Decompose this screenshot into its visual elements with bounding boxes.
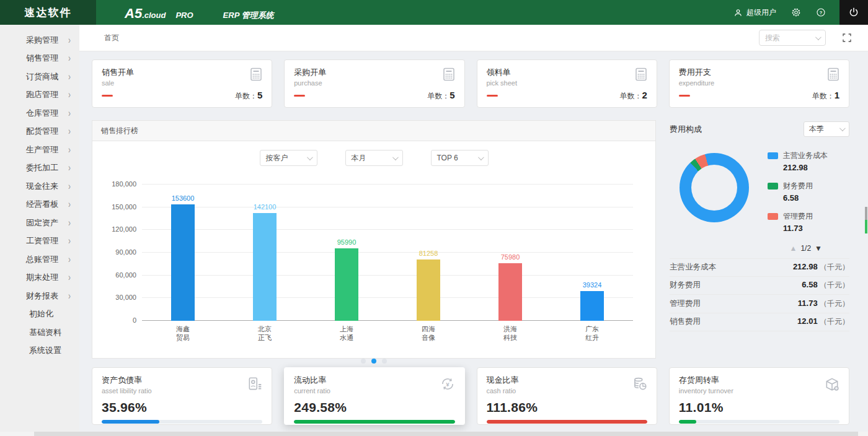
stat-card-footer: 单数：2	[487, 90, 647, 102]
sidebar-item-跑店管理[interactable]: 跑店管理›	[0, 86, 79, 105]
chevron-right-icon: ›	[68, 254, 71, 265]
sidebar-item-现金往来[interactable]: 现金往来›	[0, 177, 79, 196]
sidebar-item-采购管理[interactable]: 采购管理›	[0, 31, 79, 50]
metric-card: 存货周转率inventory turnover11.01%	[669, 367, 849, 425]
sidebar-item-label: 初始化	[29, 308, 53, 320]
bar-column: 95990	[306, 185, 388, 321]
sidebar-item-销售管理[interactable]: 销售管理›	[0, 50, 79, 68]
horizontal-scrollbar[interactable]	[0, 432, 868, 436]
search-placeholder: 搜索	[765, 33, 780, 43]
sidebar-item-固定资产[interactable]: 固定资产›	[0, 214, 79, 232]
pagination-dot[interactable]	[361, 359, 366, 364]
pagination-dot[interactable]	[382, 359, 387, 364]
legend-item-top: 管理费用	[768, 211, 828, 222]
sidebar-item-label: 配货管理	[26, 126, 58, 137]
sidebar-item-初始化[interactable]: 初始化	[0, 305, 79, 324]
chevron-down-icon	[477, 154, 484, 160]
chart-pagination-dots	[92, 359, 655, 364]
metric-card: 现金比率cash ratio111.86%	[477, 367, 657, 425]
legend-label: 管理费用	[783, 211, 813, 222]
bar-column: 153600	[142, 185, 224, 321]
x-axis-label: 上海水通	[306, 325, 388, 342]
chart-filter-select-2[interactable]: TOP 6	[431, 150, 489, 166]
sidebar-item-期末处理[interactable]: 期末处理›	[0, 269, 79, 287]
stat-card: 采购开单purchase单数：5	[284, 59, 464, 108]
expense-row: 主营业务成本212.98 （千元）	[670, 258, 849, 277]
stat-card-footer: 单数：1	[679, 90, 839, 102]
pagination-dot[interactable]	[371, 359, 376, 364]
sidebar-item-财务报表[interactable]: 财务报表›	[0, 287, 79, 305]
coins-icon	[632, 376, 648, 392]
sidebar-item-label: 生产管理	[26, 144, 58, 155]
chevron-right-icon: ›	[68, 199, 71, 210]
sidebar-item-经营看板[interactable]: 经营看板›	[0, 196, 79, 214]
stat-card-count: 单数：1	[812, 90, 839, 102]
chevron-down-icon	[839, 125, 846, 131]
stat-card-footer: 单数：5	[102, 90, 262, 102]
expense-period-value: 本季	[809, 124, 824, 134]
stat-card-subtitle: purchase	[294, 79, 454, 87]
chart-filter-select-0[interactable]: 按客户	[260, 150, 317, 166]
x-axis-label: 北京正飞	[224, 325, 306, 342]
bar-column: 142100	[224, 185, 306, 321]
logout-power-button[interactable]	[839, 0, 868, 25]
expense-legend: 主营业务成本212.98财务费用6.58管理费用11.73	[768, 150, 828, 233]
bar-value-label: 142100	[254, 203, 277, 211]
chevron-right-icon: ›	[68, 290, 71, 302]
bar-value-label: 75980	[501, 253, 520, 261]
sidebar-item-系统设置[interactable]: 系统设置	[0, 342, 79, 360]
metric-progress-fill	[679, 420, 697, 424]
chevron-right-icon: ›	[68, 181, 71, 192]
settings-icon[interactable]	[791, 7, 801, 17]
expense-row-value: 212.98 （千元）	[793, 262, 849, 272]
legend-swatch	[768, 183, 778, 190]
stat-card-subtitle: sale	[102, 79, 262, 87]
sidebar-item-总账管理[interactable]: 总账管理›	[0, 250, 79, 269]
search-input[interactable]: 搜索	[759, 30, 826, 46]
sidebar-item-label: 销售管理	[26, 53, 58, 64]
chart-filter-select-1[interactable]: 本月	[345, 150, 403, 166]
x-axis-label: 四海音像	[388, 325, 469, 342]
metric-card: 资产负债率asset libility ratio35.96%	[92, 367, 272, 425]
stat-card-title: 费用开支	[679, 67, 839, 78]
expense-row-value: 12.01 （千元）	[797, 316, 849, 327]
chevron-right-icon: ›	[68, 108, 71, 119]
y-axis-tick: 120,000	[112, 225, 136, 233]
bar-value-label: 39324	[583, 281, 602, 289]
pager-up-icon[interactable]: ▲	[790, 244, 797, 253]
bar-value-label: 95990	[337, 238, 356, 246]
sidebar-item-label: 工资管理	[26, 235, 58, 246]
refresh-yen-icon: ¥	[440, 376, 456, 392]
breadcrumb[interactable]: 首页	[104, 33, 119, 43]
sidebar-item-工资管理[interactable]: 工资管理›	[0, 232, 79, 251]
help-icon[interactable]: ?	[816, 7, 826, 17]
app-logo[interactable]: 速达软件	[0, 0, 96, 25]
sidebar-item-label: 固定资产	[26, 217, 58, 229]
pager-down-icon[interactable]: ▼	[815, 244, 822, 253]
user-menu[interactable]: 超级用户	[733, 7, 776, 18]
brand-pro: PRO	[175, 11, 193, 20]
fullscreen-icon[interactable]	[842, 33, 852, 43]
sidebar-item-配货管理[interactable]: 配货管理›	[0, 123, 79, 141]
metric-value: 11.01%	[679, 400, 839, 415]
stat-card-subtitle: expenditure	[679, 79, 839, 87]
chevron-right-icon: ›	[68, 71, 71, 82]
metric-card-subtitle: cash ratio	[487, 387, 647, 395]
sidebar-item-基础资料[interactable]: 基础资料	[0, 323, 79, 342]
legend-value: 11.73	[783, 224, 828, 233]
bars-container: 15360014210095990812587598039324	[142, 185, 633, 321]
expense-period-select[interactable]: 本季	[804, 121, 849, 137]
vertical-scrollbar[interactable]	[865, 207, 867, 233]
legend-swatch	[768, 213, 778, 220]
legend-swatch	[768, 152, 778, 159]
chevron-right-icon: ›	[68, 89, 71, 100]
sidebar-item-仓库管理[interactable]: 仓库管理›	[0, 104, 79, 123]
sidebar-item-label: 基础资料	[29, 327, 61, 338]
stat-card-footer: 单数：5	[294, 90, 454, 102]
user-icon	[733, 8, 743, 17]
sidebar-item-订货商城[interactable]: 订货商城›	[0, 68, 79, 86]
chevron-right-icon: ›	[68, 144, 71, 155]
sidebar-item-生产管理[interactable]: 生产管理›	[0, 141, 79, 159]
sidebar-item-委托加工[interactable]: 委托加工›	[0, 159, 79, 178]
stat-card-subtitle: pick sheet	[487, 79, 647, 87]
